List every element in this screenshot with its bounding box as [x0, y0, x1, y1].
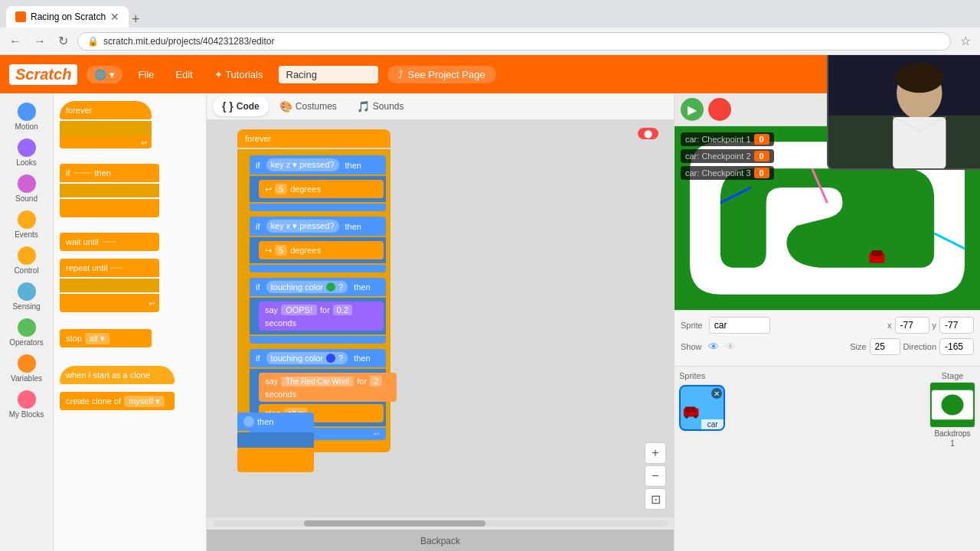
if-green-block[interactable]: if touching color ? then — [250, 276, 386, 345]
green-flag-button[interactable]: ▶ — [681, 98, 704, 121]
tab-sounds[interactable]: 🎵 Sounds — [348, 96, 413, 116]
tab-costumes[interactable]: 🎨 Costumes — [270, 96, 346, 116]
svg-point-10 — [694, 415, 697, 419]
for-label-2: for — [357, 377, 367, 386]
category-variables[interactable]: Variables — [3, 351, 51, 386]
key-z-condition: key z ▾ pressed? — [266, 158, 339, 171]
sprite-car-svg — [681, 394, 701, 429]
category-my-blocks[interactable]: My Blocks — [3, 387, 51, 422]
floating-if[interactable]: then — [237, 412, 314, 431]
clone-start-block[interactable]: when I start as a clone — [60, 366, 175, 384]
globe-label: ▾ — [109, 69, 115, 80]
sensing-dot — [18, 282, 36, 301]
size-input[interactable] — [870, 338, 900, 355]
stage-thumb[interactable] — [929, 382, 975, 428]
turn-right-block[interactable]: ↪ 5 degrees — [259, 241, 384, 259]
project-name-input[interactable] — [279, 66, 378, 83]
category-motion[interactable]: Motion — [3, 99, 51, 134]
bookmark-button[interactable]: ☆ — [957, 31, 974, 51]
repeat-condition — [110, 267, 122, 269]
see-project-icon: ⤴ — [398, 69, 403, 80]
floating-if-dot — [243, 416, 254, 427]
touching-blue-condition: touching color ? — [266, 352, 348, 364]
backpack-bar[interactable]: Backpack — [207, 530, 674, 551]
scrollbar-thumb[interactable] — [304, 520, 486, 527]
control-label: Control — [14, 266, 38, 275]
svg-point-16 — [895, 63, 943, 93]
direction-input[interactable] — [939, 338, 974, 355]
sounds-icon: 🎵 — [357, 100, 370, 112]
then-z-label: then — [345, 161, 361, 170]
code-workspace[interactable]: ⬤ forever — [207, 120, 674, 517]
wait-until-label: wait until — [66, 237, 99, 246]
if-then-block[interactable]: if then — [60, 164, 159, 182]
floating-orange-block[interactable] — [237, 449, 314, 472]
new-tab-button[interactable]: + — [132, 11, 140, 28]
zoom-in-button[interactable]: + — [645, 442, 666, 464]
tab-close-button[interactable]: ✕ — [110, 11, 119, 23]
say-oops-block[interactable]: say OOPS! for 0.2 seconds — [259, 302, 384, 331]
then-label: then — [95, 168, 111, 178]
if-x-block[interactable]: if key x ▾ pressed? then ↪ 5 degrees — [250, 215, 386, 274]
won-seconds: 2 — [370, 376, 382, 386]
active-tab[interactable]: Racing on Scratch ✕ — [6, 6, 129, 28]
sprite-delete-button[interactable]: ✕ — [711, 388, 722, 399]
then-green-label: then — [354, 282, 370, 292]
back-button[interactable]: ← — [6, 31, 24, 51]
sprites-heading: Sprites — [679, 371, 923, 380]
tab-code[interactable]: { } Code — [213, 96, 269, 116]
category-looks[interactable]: Looks — [3, 135, 51, 170]
reload-button[interactable]: ↻ — [55, 31, 71, 51]
say-oops-text: OOPS! — [281, 305, 317, 315]
turn-left-block[interactable]: ↩ 5 degrees — [259, 180, 384, 198]
sprite-car-thumb[interactable]: ✕ car — [679, 385, 725, 431]
zoom-fit-button[interactable]: ⊡ — [645, 488, 666, 510]
address-bar[interactable]: 🔒 scratch.mit.edu/projects/404231283/edi… — [77, 32, 951, 51]
repeat-until-block[interactable]: repeat until — [60, 259, 159, 277]
create-clone-block[interactable]: create clone of myself ▾ — [60, 392, 175, 410]
forever-block[interactable]: forever — [60, 101, 152, 119]
horizontal-scrollbar[interactable] — [213, 520, 668, 527]
language-button[interactable]: 🌐 ▾ — [87, 66, 122, 83]
forward-button[interactable]: → — [31, 31, 49, 51]
degrees-label-1: degrees — [290, 184, 321, 194]
sprite-name-input[interactable] — [709, 317, 770, 334]
category-events[interactable]: Events — [3, 207, 51, 242]
lock-icon: 🔒 — [87, 36, 99, 47]
category-sensing[interactable]: Sensing — [3, 279, 51, 314]
file-menu[interactable]: File — [132, 66, 160, 83]
x-input[interactable] — [895, 317, 929, 334]
scratch-logo[interactable]: Scratch — [9, 64, 77, 85]
sprites-stage-panel: Sprites ✕ car — [675, 366, 980, 551]
see-project-button[interactable]: ⤴ See Project Page — [387, 66, 496, 83]
forever-block-ws[interactable]: forever — [237, 129, 390, 148]
create-clone-label: create clone of — [66, 396, 121, 406]
tutorials-button[interactable]: ✦ Tutorials — [208, 66, 270, 83]
svg-point-1 — [858, 180, 919, 256]
y-input[interactable] — [939, 317, 974, 334]
stop-block[interactable]: stop all ▾ — [60, 329, 152, 347]
motion-dot — [18, 103, 36, 121]
say-won-block[interactable]: say The Red Car Won! for 2 seconds — [259, 373, 397, 402]
edit-menu[interactable]: Edit — [169, 66, 198, 83]
turn-left-degrees: 5 — [275, 184, 287, 194]
wait-until-block[interactable]: wait until — [60, 233, 159, 251]
toggle-switch[interactable]: ⬤ — [638, 128, 658, 139]
workspace-blocks: forever if key z ▾ pressed? then — [237, 128, 390, 452]
category-operators[interactable]: Operators — [3, 315, 51, 350]
url-text: scratch.mit.edu/projects/404231283/edito… — [103, 36, 941, 47]
sounds-tab-label: Sounds — [373, 101, 404, 112]
svg-rect-17 — [893, 117, 946, 168]
hide-eye-icon[interactable]: 👁 — [725, 341, 736, 353]
stop-button[interactable] — [708, 98, 731, 121]
variables-label: Variables — [11, 374, 42, 383]
category-control[interactable]: Control — [3, 243, 51, 278]
if-x-inner: ↪ 5 degrees — [250, 237, 386, 263]
forever-label: forever — [66, 106, 92, 115]
if-z-block[interactable]: if key z ▾ pressed? then ↩ 5 degrees — [250, 154, 386, 213]
zoom-out-button[interactable]: − — [645, 465, 666, 487]
var-value-1: 0 — [754, 134, 769, 145]
show-eye-icon[interactable]: 👁 — [708, 341, 719, 353]
category-sound[interactable]: Sound — [3, 171, 51, 206]
code-icon: { } — [222, 100, 234, 112]
